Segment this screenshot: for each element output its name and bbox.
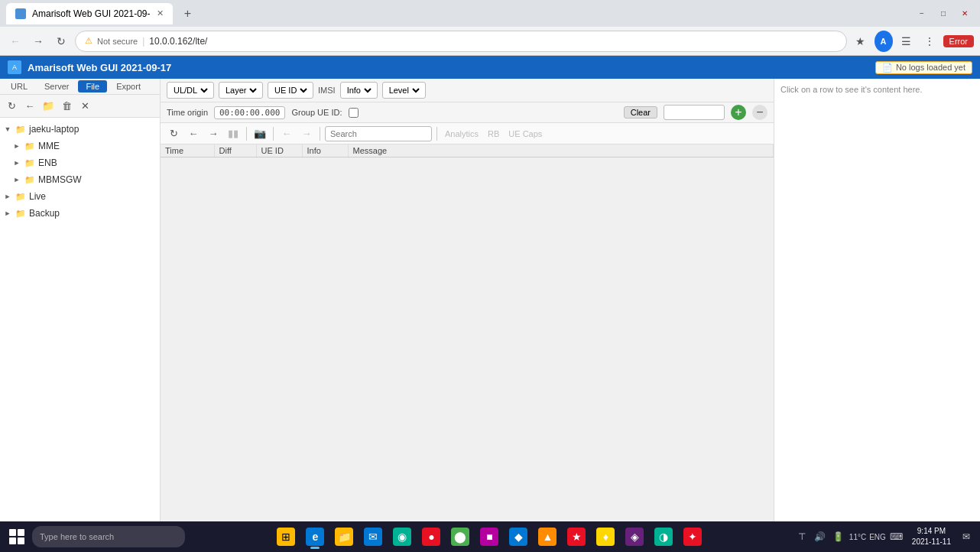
app-header: A Amarisoft Web GUI 2021-09-17 📄 No logs…	[0, 56, 980, 79]
log-back-btn[interactable]: ←	[185, 125, 202, 142]
bookmark-button[interactable]: ★	[852, 32, 870, 50]
address-box[interactable]: ⚠ Not secure | 10.0.0.162/lte/	[75, 31, 847, 52]
taskbar-search-box[interactable]	[32, 526, 185, 547]
battery-icon[interactable]: 🔋	[831, 529, 846, 544]
tree-label-mbmsgw: MBMSGW	[38, 174, 82, 185]
sidebar-tab-export[interactable]: Export	[109, 80, 148, 93]
ue-id-dropdown[interactable]: UE ID	[271, 85, 310, 96]
taskbar-app-6[interactable]: ★	[563, 523, 590, 550]
ul-dl-select[interactable]: UL/DL UL DL	[167, 82, 214, 99]
taskbar-app-9[interactable]: ◑	[650, 523, 677, 550]
back-button[interactable]: ←	[6, 32, 24, 50]
taskbar-app-5[interactable]: ▲	[534, 523, 561, 550]
log-refresh-btn[interactable]: ↻	[165, 125, 182, 142]
col-header-time: Time	[161, 144, 214, 157]
layer-dropdown[interactable]: Layer	[222, 85, 259, 96]
taskbar-search-input[interactable]	[40, 532, 177, 541]
taskbar-app-1[interactable]: ◉	[388, 523, 416, 550]
log-table-container: Time Diff UE ID Info Message	[161, 144, 774, 552]
tree-root-jaeku[interactable]: ▼ 📁 jaeku-laptop	[0, 121, 160, 138]
log-next-btn[interactable]: →	[298, 125, 315, 142]
toolbar-divider-4	[436, 127, 437, 141]
sidebar-tab-url[interactable]: URL	[3, 80, 35, 93]
taskbar-app-edge[interactable]: e	[301, 523, 329, 550]
taskbar-app-explorer[interactable]: ⊞	[272, 523, 300, 550]
taskbar-app-10[interactable]: ✦	[679, 523, 706, 550]
group-ue-checkbox[interactable]	[349, 108, 359, 118]
app-container: A Amarisoft Web GUI 2021-09-17 📄 No logs…	[0, 56, 980, 552]
log-prev-btn[interactable]: ←	[278, 125, 295, 142]
time-bar: Time origin 00:00:00.000 Group UE ID: Cl…	[161, 102, 774, 123]
tree-toggle-live: ►	[3, 192, 12, 201]
log-forward-btn[interactable]: →	[205, 125, 222, 142]
close-button[interactable]: ✕	[956, 7, 974, 21]
tab-title: Amarisoft Web GUI 2021-09-	[32, 8, 151, 19]
settings-button[interactable]: ⋮	[920, 32, 939, 50]
ue-caps-btn[interactable]: UE Caps	[505, 129, 545, 138]
tree-item-live[interactable]: ► 📁 Live	[0, 188, 160, 205]
taskbar-app-mail[interactable]: ✉	[359, 523, 387, 550]
clear-button[interactable]: Clear	[624, 106, 657, 119]
sidebar-tab-file[interactable]: File	[78, 80, 107, 93]
rb-btn[interactable]: RB	[485, 129, 502, 138]
layer-select[interactable]: Layer	[219, 82, 263, 99]
taskbar-app-4[interactable]: ◆	[505, 523, 532, 550]
notifications-icon[interactable]: ✉	[959, 529, 974, 544]
tree-item-mme[interactable]: ► 📁 MME	[0, 138, 160, 154]
taskbar-right: ⊤ 🔊 🔋 11°C ENG ⌨ 9:14 PM 2021-11-11 ✉	[794, 524, 977, 549]
network-icon[interactable]: ⊤	[794, 529, 810, 544]
taskbar-app-2[interactable]: ●	[417, 523, 445, 550]
sidebar: URL Server File Export ↻ ← 📁 🗑 ✕ ▼ 📁 jae…	[0, 79, 161, 552]
ul-dl-dropdown[interactable]: UL/DL UL DL	[170, 85, 210, 96]
info-select[interactable]: Info	[340, 82, 378, 99]
volume-icon[interactable]: 🔊	[813, 529, 828, 544]
profile-icon[interactable]: A	[875, 32, 893, 50]
tab-close-button[interactable]: ✕	[157, 8, 164, 18]
level-dropdown[interactable]: Level	[386, 85, 422, 96]
info-dropdown[interactable]: Info	[344, 85, 374, 96]
taskbar-apps: ⊞ e 📁 ✉ ◉ ● ⬤ ■ ◆ ▲ ★	[187, 523, 793, 550]
reload-button[interactable]: ↻	[52, 32, 70, 50]
app1-icon: ◉	[393, 528, 411, 546]
log-camera-btn[interactable]: 📷	[251, 125, 268, 142]
log-pause-btn[interactable]: ▮▮	[225, 125, 242, 142]
browser-tab[interactable]: Amarisoft Web GUI 2021-09- ✕	[6, 3, 173, 24]
taskbar-app-chrome[interactable]: ⬤	[446, 523, 474, 550]
taskbar-time[interactable]: 9:14 PM 2021-11-11	[907, 524, 956, 549]
filter-input[interactable]	[664, 105, 725, 120]
add-button[interactable]: +	[731, 105, 746, 120]
analytics-btn[interactable]: Analytics	[442, 129, 482, 138]
sidebar-refresh-btn[interactable]: ↻	[3, 98, 20, 115]
mail-icon: ✉	[364, 528, 382, 546]
maximize-button[interactable]: □	[934, 7, 952, 21]
ue-id-select[interactable]: UE ID	[268, 82, 313, 99]
minus-button[interactable]: −	[752, 105, 767, 120]
log-search-input[interactable]	[325, 126, 432, 141]
extensions-button[interactable]: ☰	[897, 32, 916, 50]
sidebar-back-btn[interactable]: ←	[21, 98, 38, 115]
right-panel-hint: Click on a row to see it's content here.	[780, 85, 923, 94]
taskbar-app-7[interactable]: ♦	[592, 523, 619, 550]
sidebar-tab-server[interactable]: Server	[37, 80, 76, 93]
forward-button[interactable]: →	[29, 32, 47, 50]
tree-item-backup[interactable]: ► 📁 Backup	[0, 205, 160, 222]
profile-avatar[interactable]: A	[875, 31, 893, 52]
browser-toolbar-right: ★ A ☰ ⋮ Error	[852, 32, 974, 50]
sidebar-close-btn[interactable]: ✕	[76, 98, 93, 115]
minimize-button[interactable]: −	[913, 7, 931, 21]
taskbar-time-value: 9:14 PM	[912, 526, 951, 537]
level-select[interactable]: Level	[382, 82, 426, 99]
tree-item-mbmsgw[interactable]: ► 📁 MBMSGW	[0, 171, 160, 188]
keyboard-icon[interactable]: ⌨	[889, 529, 904, 544]
log-table: Time Diff UE ID Info Message	[161, 144, 774, 157]
taskbar-app-files[interactable]: 📁	[330, 523, 358, 550]
taskbar-app-3[interactable]: ■	[475, 523, 503, 550]
taskbar-app-8[interactable]: ◈	[621, 523, 648, 550]
start-button[interactable]	[3, 523, 31, 550]
error-button[interactable]: Error	[943, 35, 974, 47]
tree-item-enb[interactable]: ► 📁 ENB	[0, 154, 160, 171]
sidebar-open-btn[interactable]: 📁	[40, 98, 57, 115]
new-tab-button[interactable]: +	[179, 5, 197, 23]
sidebar-delete-btn[interactable]: 🗑	[58, 98, 75, 115]
tree-toggle-jaeku: ▼	[3, 125, 12, 134]
